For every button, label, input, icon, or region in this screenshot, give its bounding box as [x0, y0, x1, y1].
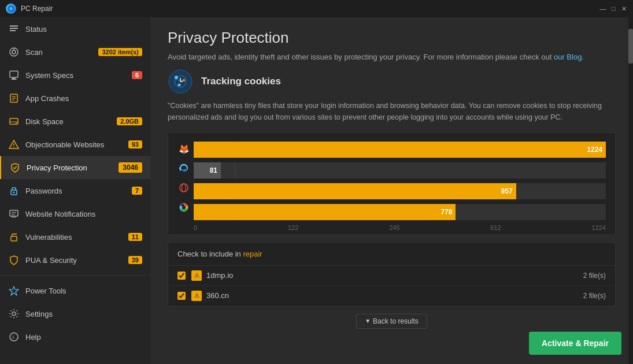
edge-bar-fill: 81: [194, 162, 221, 179]
edge-bar-track: 81: [194, 162, 606, 179]
sidebar-item-pua-security[interactable]: PUA & Security 39: [0, 248, 150, 272]
app-crashes-icon: [8, 92, 20, 104]
sidebar-item-power-tools[interactable]: Power Tools: [0, 279, 150, 302]
chrome-bar-track: 778: [194, 204, 606, 220]
objectionable-websites-badge: 93: [128, 140, 142, 148]
chart-row-firefox: 🦊 1224: [194, 141, 606, 158]
repair-header: Check to include in repair: [168, 243, 615, 266]
repair-item-1-checkbox[interactable]: [177, 292, 186, 300]
page-subtitle: Avoid targeted ads, identity theft and o…: [168, 51, 616, 63]
chart-x-axis: 0 122 245 612 1224: [177, 224, 606, 231]
sidebar-item-website-notifications[interactable]: Website Notifications: [0, 202, 150, 225]
passwords-icon: [8, 185, 20, 196]
chevron-down-icon: ▼: [365, 318, 371, 324]
chrome-bar-fill: 778: [194, 204, 456, 220]
repair-section: Check to include in repair ⚠ 1dmp.io 2 f…: [168, 242, 616, 307]
chart-row-edge: 81: [194, 162, 606, 179]
chrome-bar-value: 778: [440, 208, 452, 216]
sidebar-item-passwords[interactable]: Passwords 7: [0, 179, 150, 202]
x-label-0: 0: [194, 224, 197, 231]
system-specs-badge: 6: [132, 71, 142, 79]
repair-item-0-checkbox[interactable]: [177, 272, 186, 280]
sidebar-label-pua-security: PUA & Security: [25, 256, 128, 265]
back-btn-label: Back to results: [373, 317, 419, 325]
firefox-bar-fill: 1224: [194, 142, 606, 158]
svg-point-41: [182, 184, 186, 192]
repair-item-1-count: 2 file(s): [583, 292, 606, 300]
chart-container: 🦊 1224: [168, 132, 616, 235]
sidebar-label-vulnerabilities: Vulnerabilities: [25, 233, 128, 242]
repair-highlight: repair: [243, 250, 262, 258]
opera-bar-fill: 957: [194, 183, 516, 199]
vulnerabilities-badge: 11: [128, 233, 142, 241]
tracking-cookies-icon: [168, 69, 193, 94]
svg-point-29: [10, 333, 18, 341]
edge-bar-value: 81: [210, 166, 217, 174]
content-scrollbar-thumb[interactable]: [628, 29, 633, 64]
back-to-results-button[interactable]: ▼ Back to results: [356, 314, 427, 329]
sidebar-label-passwords: Passwords: [25, 187, 132, 195]
opera-bar-track: 957: [194, 183, 606, 199]
pua-security-icon: [8, 254, 20, 266]
x-label-4: 1224: [592, 224, 606, 231]
svg-line-26: [16, 233, 17, 235]
disk-space-icon: [8, 116, 20, 127]
disk-space-badge: 2.0GB: [117, 117, 142, 125]
app-icon: [6, 3, 16, 14]
sidebar-item-settings[interactable]: Settings: [0, 302, 150, 325]
section-title: Tracking cookies: [201, 76, 281, 87]
sidebar-label-privacy-protection: Privacy Protection: [27, 164, 119, 172]
section-description: "Cookies" are harmless tiny files that s…: [168, 100, 616, 123]
sidebar-item-app-crashes[interactable]: App Crashes: [0, 87, 150, 110]
repair-item-0: ⚠ 1dmp.io 2 file(s): [168, 266, 615, 286]
svg-rect-8: [12, 78, 16, 79]
close-button[interactable]: ✕: [620, 5, 627, 12]
svg-rect-14: [10, 118, 18, 124]
svg-rect-7: [10, 71, 18, 77]
svg-point-43: [182, 206, 186, 209]
edge-icon: [177, 162, 190, 174]
x-label-1: 122: [288, 224, 298, 231]
content-scrollbar: [628, 17, 633, 364]
sidebar-item-objectionable-websites[interactable]: Objectionable Websites 93: [0, 133, 150, 156]
svg-point-21: [13, 192, 15, 194]
help-icon: i: [8, 331, 20, 343]
title-bar-controls: — □ ✕: [599, 5, 627, 12]
sidebar-item-scan[interactable]: Scan 3202 item(s): [0, 40, 150, 64]
opera-bar-value: 957: [501, 187, 513, 195]
content-area: SoftwareLab Privacy Protection Avoid tar…: [150, 17, 633, 364]
svg-point-16: [16, 122, 17, 124]
sidebar-label-website-notifications: Website Notifications: [25, 210, 142, 218]
svg-rect-3: [10, 30, 16, 31]
status-icon: [8, 23, 20, 35]
section-desc-text: "Cookies" are harmless tiny files that s…: [168, 102, 602, 121]
maximize-button[interactable]: □: [610, 5, 617, 12]
repair-item-0-icon: ⚠: [191, 270, 202, 281]
svg-rect-2: [10, 28, 18, 29]
blog-link[interactable]: our Blog: [554, 53, 582, 61]
page-title: Privacy Protection: [168, 29, 616, 47]
sidebar-label-power-tools: Power Tools: [25, 287, 142, 295]
main-container: Status Scan 3202 item(s) System: [0, 17, 633, 364]
sidebar-label-system-specs: System Specs: [25, 71, 132, 80]
repair-item-0-count: 2 file(s): [583, 272, 606, 280]
scan-icon: [8, 46, 20, 58]
svg-point-28: [12, 312, 16, 315]
activate-repair-button[interactable]: Activate & Repair: [529, 332, 621, 355]
minimize-button[interactable]: —: [599, 5, 606, 12]
power-tools-icon: [8, 285, 20, 296]
sidebar-item-vulnerabilities[interactable]: Vulnerabilities 11: [0, 225, 150, 248]
svg-rect-1: [10, 25, 18, 27]
chart-row-chrome: 778: [194, 203, 606, 221]
section-header: Tracking cookies: [168, 69, 616, 94]
svg-rect-25: [11, 236, 17, 241]
svg-marker-27: [9, 287, 18, 295]
sidebar-item-help[interactable]: i Help: [0, 325, 150, 348]
firefox-bar-track: 1224: [194, 142, 606, 158]
system-specs-icon: [8, 69, 20, 81]
sidebar-item-system-specs[interactable]: System Specs 6: [0, 64, 150, 87]
sidebar-item-disk-space[interactable]: Disk Space 2.0GB: [0, 110, 150, 133]
sidebar-item-status[interactable]: Status: [0, 17, 150, 40]
sidebar-item-privacy-protection[interactable]: Privacy Protection 3046: [0, 156, 150, 179]
content-header: Privacy Protection Avoid targeted ads, i…: [150, 17, 633, 69]
